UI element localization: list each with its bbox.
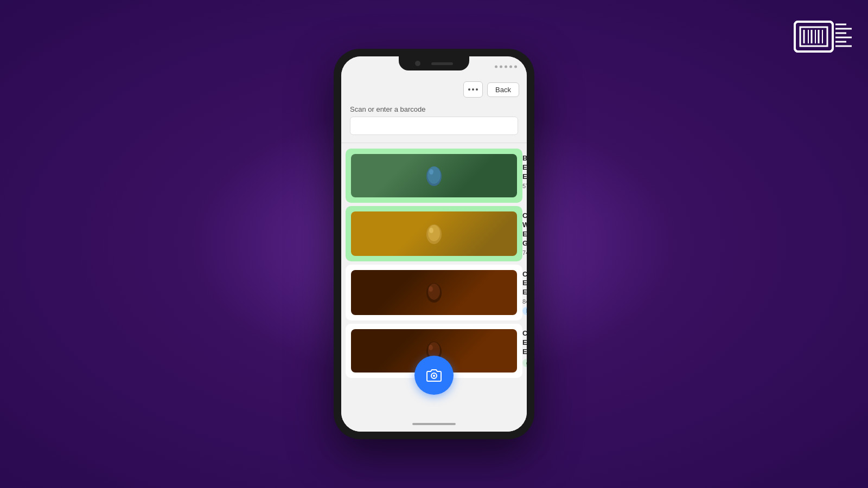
status-dot-4	[509, 66, 512, 68]
more-button[interactable]	[463, 81, 483, 98]
svg-point-27	[433, 375, 435, 377]
more-dot-3	[476, 88, 478, 91]
blue-egg-svg	[424, 163, 444, 188]
app-logo	[792, 11, 857, 65]
clear-egg-svg	[424, 221, 444, 246]
svg-point-19	[429, 228, 433, 233]
status-dot-2	[500, 66, 502, 68]
app-content: Back Scan or enter a barcode	[341, 77, 527, 432]
notch-bar	[341, 56, 527, 77]
item-choc-egg-blue: Chocolate Easter Egg 8413512335589 blue …	[346, 265, 522, 321]
camera-icon	[425, 367, 443, 384]
home-indicator	[412, 423, 456, 425]
more-dot-2	[472, 88, 474, 91]
svg-point-21	[428, 284, 440, 300]
status-dot-3	[505, 66, 507, 68]
scan-section: Scan or enter a barcode	[341, 102, 527, 143]
status-dot-5	[514, 66, 517, 68]
choc-egg-svg-1	[424, 280, 444, 305]
scan-label: Scan or enter a barcode	[350, 105, 518, 113]
scan-input[interactable]	[350, 117, 518, 135]
svg-point-15	[427, 166, 441, 184]
logo-area	[792, 11, 857, 67]
item-image-choc-egg-blue	[351, 270, 517, 316]
notch	[399, 56, 469, 70]
items-list: Blue Easter Egg 5706569100131 scanned: 1…	[341, 143, 527, 416]
item-image-blue-egg	[351, 154, 517, 197]
item-tag-green: green	[522, 359, 527, 367]
camera-notch	[415, 61, 420, 66]
phone-shell: Back Scan or enter a barcode	[334, 49, 534, 439]
phone-screen: Back Scan or enter a barcode	[341, 56, 527, 432]
item-image-clear-egg	[351, 211, 517, 256]
top-bar: Back	[341, 77, 527, 102]
item-tag-blue: blue	[522, 307, 527, 315]
speaker-notch	[431, 62, 453, 65]
camera-fab-button[interactable]	[414, 356, 454, 395]
svg-point-25	[429, 345, 433, 350]
svg-point-16	[429, 169, 433, 175]
home-bar	[341, 416, 527, 432]
status-dot-1	[495, 66, 497, 68]
svg-point-18	[428, 225, 440, 241]
more-dot-1	[468, 88, 470, 91]
status-dots	[495, 66, 517, 68]
back-button[interactable]: Back	[487, 82, 519, 97]
svg-point-22	[429, 286, 433, 292]
item-clear-egg: Clear Wrapped Egg Gift 745853275419 scan…	[346, 206, 522, 261]
item-blue-easter-egg: Blue Easter Egg 5706569100131 scanned: 1…	[346, 149, 522, 203]
